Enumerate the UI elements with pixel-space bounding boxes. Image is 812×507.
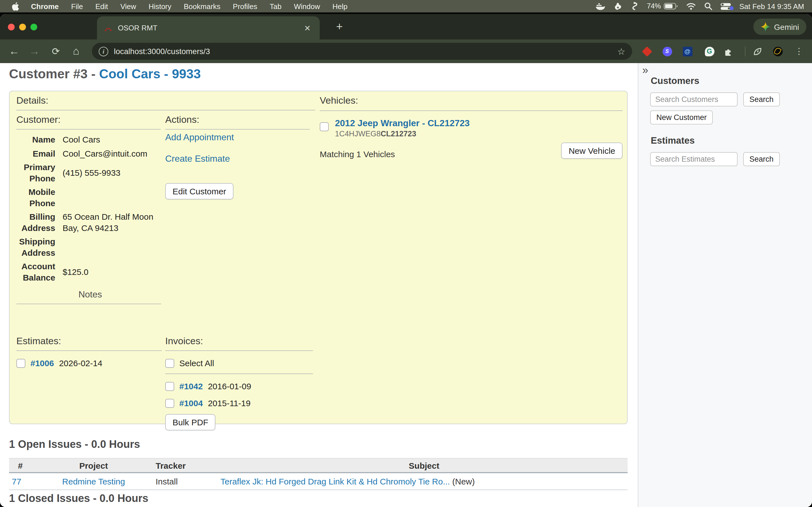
gopher-app-icon[interactable] <box>631 2 638 11</box>
details-divider <box>16 110 315 110</box>
estimate-checkbox[interactable] <box>16 358 26 368</box>
field-value <box>63 242 164 252</box>
actions-section: Add Appointment Create Estimate Edit Cus… <box>165 132 313 200</box>
menu-file[interactable]: File <box>65 2 89 10</box>
actions-divider <box>165 129 310 129</box>
vin-bold: CL212723 <box>380 129 416 138</box>
add-appointment-link[interactable]: Add Appointment <box>165 132 313 143</box>
invoice-date: 2016-01-09 <box>208 381 251 391</box>
back-button[interactable]: ← <box>4 40 24 63</box>
issue-project-link[interactable]: Redmine Testing <box>62 476 125 486</box>
tab-close-icon[interactable]: ✕ <box>302 23 313 33</box>
vehicle-link[interactable]: 2012 Jeep Wrangler - CL212723 <box>335 118 470 128</box>
control-center-badge <box>730 6 733 10</box>
menu-bookmarks[interactable]: Bookmarks <box>177 2 227 10</box>
apple-menu-icon[interactable] <box>8 2 22 10</box>
field-value <box>63 192 164 203</box>
apple-logo-icon <box>11 2 19 10</box>
extension-diamond-icon[interactable] <box>640 40 654 63</box>
menu-edit[interactable]: Edit <box>89 2 114 10</box>
invoice-checkbox[interactable] <box>165 399 174 407</box>
field-label: Mobile Phone <box>16 186 63 209</box>
field-row-name: Name Cool Cars <box>16 134 164 145</box>
battery-indicator[interactable]: 74% <box>647 2 678 10</box>
reload-button[interactable]: ⟳ <box>46 40 65 63</box>
main-area: Customer #3 - Cool Cars - 9933 Details: … <box>0 63 638 507</box>
menu-chrome[interactable]: Chrome <box>25 2 65 10</box>
field-row-shipping-address: Shipping Address <box>16 236 164 258</box>
docker-icon[interactable] <box>596 2 605 10</box>
search-estimates-button[interactable]: Search <box>743 152 780 166</box>
new-customer-button[interactable]: New Customer <box>650 110 713 124</box>
collapse-sidebar-icon[interactable]: » <box>642 64 648 76</box>
header-id: # <box>9 460 32 470</box>
issue-id: 77 <box>9 476 32 486</box>
vehicle-vin: 1C4HJWEG8CL212723 <box>335 129 416 138</box>
gemini-button[interactable]: Gemini <box>753 18 806 35</box>
menu-profiles[interactable]: Profiles <box>227 2 264 10</box>
new-vehicle-button[interactable]: New Vehicle <box>561 143 622 159</box>
address-bar[interactable]: i localhost:3000/customers/3 ☆ <box>92 43 632 60</box>
browser-tab[interactable]: OSOR RMT ✕ <box>97 16 320 40</box>
bookmark-star-icon[interactable]: ☆ <box>617 46 625 57</box>
extension-stripe-icon[interactable]: S <box>660 40 674 63</box>
search-estimates-input[interactable] <box>650 152 738 166</box>
new-tab-button[interactable]: + <box>332 18 347 34</box>
extension-grammarly-icon[interactable]: G <box>702 40 717 63</box>
header-project: Project <box>32 460 156 470</box>
extensions-puzzle-icon[interactable] <box>721 40 735 63</box>
invoice-link[interactable]: #1004 <box>179 398 203 408</box>
customer-name-link[interactable]: Cool Cars - 9933 <box>99 66 201 81</box>
menu-history[interactable]: History <box>142 2 177 10</box>
gemini-star-icon <box>760 22 770 32</box>
select-all-checkbox[interactable] <box>165 358 174 368</box>
forward-button[interactable]: → <box>25 40 44 63</box>
close-window-button[interactable] <box>8 24 15 31</box>
site-info-icon[interactable]: i <box>99 47 108 56</box>
zoom-window-button[interactable] <box>31 24 37 31</box>
issue-subject-link[interactable]: Teraflex Jk: Hd Forged Drag Link Kit & H… <box>220 476 450 486</box>
field-value: (415) 555-9933 <box>63 167 164 178</box>
url-text[interactable]: localhost:3000/customers/3 <box>114 47 210 56</box>
search-customers-input[interactable] <box>650 93 738 107</box>
menu-view[interactable]: View <box>114 2 142 10</box>
tab-strip: OSOR RMT ✕ + Gemini <box>0 14 812 40</box>
minimize-window-button[interactable] <box>19 24 26 31</box>
screen: Chrome File Edit View History Bookmarks … <box>0 0 812 507</box>
select-all-label: Select All <box>179 358 214 368</box>
menu-tab[interactable]: Tab <box>264 2 288 10</box>
estimate-link[interactable]: #1006 <box>31 358 54 368</box>
control-center-icon[interactable] <box>721 3 731 10</box>
search-customers-button[interactable]: Search <box>743 93 780 107</box>
vehicles-divider <box>320 110 622 111</box>
wifi-icon[interactable] <box>686 3 696 10</box>
issue-id-link[interactable]: 77 <box>12 476 21 486</box>
notes-label: Notes <box>16 290 164 300</box>
bulk-pdf-button[interactable]: Bulk PDF <box>165 414 216 431</box>
invoice-row: #1004 2015-11-19 <box>165 398 313 408</box>
page-title: Customer #3 - Cool Cars - 9933 <box>9 66 201 82</box>
rabbit-app-icon[interactable] <box>613 2 622 10</box>
invoice-date: 2015-11-19 <box>208 398 250 408</box>
field-label: Primary Phone <box>16 162 63 184</box>
menu-bar-clock[interactable]: Sat Feb 14 9:35 AM <box>739 2 804 10</box>
chrome-menu-icon[interactable]: ⋮ <box>792 40 806 63</box>
edit-customer-button[interactable]: Edit Customer <box>165 183 234 200</box>
issue-project: Redmine Testing <box>32 476 156 486</box>
extension-password-icon[interactable]: @ <box>680 40 695 63</box>
vehicle-row: 2012 Jeep Wrangler - CL212723 1C4HJWEG8C… <box>320 118 622 138</box>
field-value: $125.0 <box>63 267 164 277</box>
vehicle-checkbox[interactable] <box>320 122 329 131</box>
create-estimate-link[interactable]: Create Estimate <box>165 154 313 164</box>
vin-prefix: 1C4HJWEG8 <box>335 129 380 138</box>
profile-avatar[interactable] <box>770 40 785 63</box>
field-label: Shipping Address <box>16 236 63 258</box>
performance-leaf-icon[interactable] <box>750 40 765 63</box>
invoice-checkbox[interactable] <box>165 382 174 391</box>
menu-help[interactable]: Help <box>326 2 354 10</box>
menu-window[interactable]: Window <box>288 2 326 10</box>
issue-row: 77 Redmine Testing Install Teraflex Jk: … <box>9 473 627 490</box>
home-button[interactable]: ⌂ <box>66 40 86 63</box>
spotlight-search-icon[interactable] <box>704 2 712 10</box>
invoice-link[interactable]: #1042 <box>179 381 203 391</box>
